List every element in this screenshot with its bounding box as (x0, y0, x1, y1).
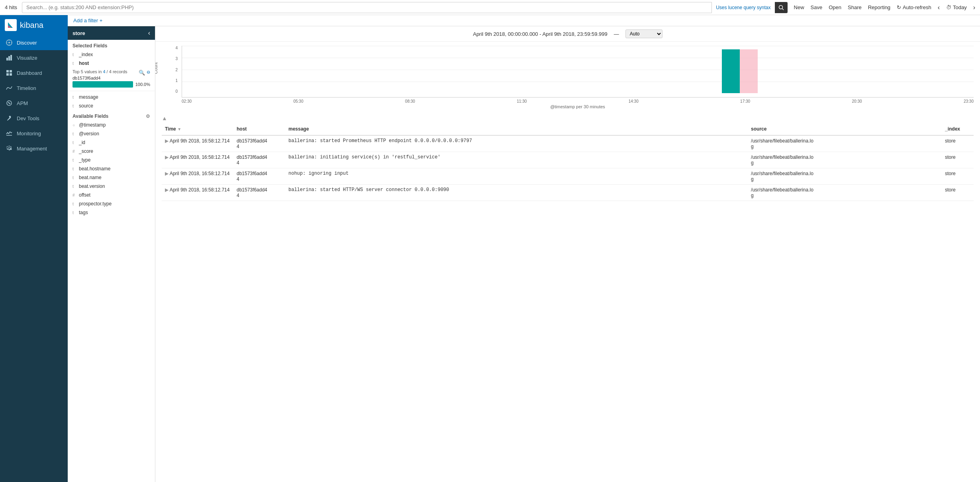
collapse-sidebar-button[interactable]: ‹ (148, 29, 150, 37)
compass-icon (6, 39, 13, 46)
field-item-id[interactable]: t _id (68, 138, 155, 147)
field-type-id: t (73, 141, 76, 145)
field-item-prospector-type[interactable]: t prospector.type (68, 199, 155, 208)
prev-arrow[interactable]: ‹ (938, 4, 940, 11)
available-fields-gear-icon[interactable]: ⚙ (146, 113, 150, 119)
logo-text: kibana (20, 21, 43, 30)
sidebar-item-discover[interactable]: Discover (0, 35, 68, 50)
cell-index-4: store (942, 185, 974, 201)
today-button[interactable]: ⏱ Today (946, 4, 967, 10)
expand-btn-4[interactable]: ▶ (165, 187, 169, 193)
expand-btn-1[interactable]: ▶ (165, 138, 169, 144)
available-fields-header: Available Fields ⚙ (68, 110, 155, 121)
save-button[interactable]: Save (811, 4, 823, 10)
x-label-0230: 02:30 (182, 99, 192, 103)
field-item-beat-name[interactable]: t beat.name (68, 173, 155, 182)
sidebar-item-devtools[interactable]: Dev Tools (0, 111, 68, 126)
cell-host-2: db1573f6add44 (233, 152, 285, 168)
field-item-message[interactable]: t message (68, 93, 155, 101)
field-item-index[interactable]: t _index (68, 50, 155, 59)
new-button[interactable]: New (794, 4, 804, 10)
sidebar-label-timelion: Timelion (17, 85, 36, 91)
magnify-minus-icon[interactable]: ⊖ (147, 70, 150, 76)
svg-rect-9 (6, 73, 9, 76)
top-nav: New Save Open Share Reporting ↻ Auto-ref… (794, 4, 975, 11)
field-type-prospector-type: t (73, 202, 76, 206)
field-item-tags[interactable]: t tags (68, 208, 155, 217)
field-item-beat-version[interactable]: t beat.version (68, 182, 155, 191)
cell-source-4: /usr/share/filebeat/ballerina.log (748, 185, 942, 201)
field-item-score[interactable]: # _score (68, 147, 155, 156)
next-arrow[interactable]: › (973, 4, 975, 11)
field-item-version[interactable]: t @version (68, 129, 155, 138)
field-name-host: host (79, 60, 89, 66)
col-header-time: Time ▼ (162, 123, 233, 135)
x-label-1430: 14:30 (629, 99, 639, 103)
field-item-timestamp[interactable]: ○ @timestamp (68, 121, 155, 129)
cell-source-3: /usr/share/filebeat/ballerina.log (748, 168, 942, 185)
data-table: Time ▼ host message source _index ▶ (162, 123, 974, 201)
fields-sidebar: store ‹ Selected Fields t _index t host (68, 26, 155, 482)
table-row: ▶ April 9th 2018, 16:58:12.714 db1573f6a… (162, 185, 974, 201)
filter-bar: Add a filter + (68, 15, 980, 26)
field-name-id: _id (79, 140, 85, 145)
svg-rect-7 (6, 70, 9, 72)
sidebar-item-management[interactable]: Management (0, 141, 68, 156)
expand-btn-3[interactable]: ▶ (165, 171, 169, 176)
y-label-0: 0 (163, 89, 178, 94)
logo-area: kibana (0, 15, 68, 35)
chart-bar-pink (740, 49, 758, 93)
col-header-message: message (285, 123, 748, 135)
field-item-type[interactable]: t _type (68, 156, 155, 164)
top5-records-link[interactable]: 4 (103, 69, 105, 74)
field-type-beat-hostname: t (73, 167, 76, 171)
index-header: store ‹ (68, 26, 155, 40)
timelion-icon (6, 84, 13, 92)
auto-refresh-button[interactable]: ↻ Auto-refresh (897, 4, 931, 10)
cell-message-1: ballerina: started Prometheus HTTP endpo… (285, 135, 748, 152)
cell-source-2: /usr/share/filebeat/ballerina.log (748, 152, 942, 168)
top5-section: Top 5 values in 4 / 4 records 🔍 ⊖ db1573… (68, 68, 155, 91)
field-name-type: _type (79, 157, 90, 163)
separator: — (614, 31, 619, 37)
magnify-plus-icon[interactable]: 🔍 (139, 70, 145, 76)
viz-area: April 9th 2018, 00:00:00.000 - April 9th… (155, 26, 980, 482)
reporting-button[interactable]: Reporting (868, 4, 890, 10)
expand-btn-2[interactable]: ▶ (165, 154, 169, 160)
field-type-index: t (73, 53, 76, 57)
sidebar-item-dashboard[interactable]: Dashboard (0, 65, 68, 80)
field-type-message: t (73, 95, 76, 100)
sidebar-label-management: Management (17, 146, 47, 152)
field-name-timestamp: @timestamp (79, 122, 106, 128)
sidebar-item-monitoring[interactable]: Monitoring (0, 126, 68, 141)
svg-rect-6 (10, 55, 12, 60)
top5-pct: 100.0% (135, 82, 150, 87)
expand-all-button[interactable]: ▲ (162, 115, 167, 121)
share-button[interactable]: Share (848, 4, 862, 10)
field-item-host[interactable]: t host (68, 59, 155, 68)
y-axis-title: Count (155, 62, 158, 74)
x-label-2030: 20:30 (852, 99, 862, 103)
field-type-version: t (73, 132, 76, 136)
svg-line-1 (782, 8, 784, 10)
date-range-header: April 9th 2018, 00:00:00.000 - April 9th… (155, 26, 980, 42)
table-row: ▶ April 9th 2018, 16:58:12.714 db1573f6a… (162, 152, 974, 168)
search-button[interactable] (775, 2, 788, 13)
add-filter-button[interactable]: Add a filter + (73, 18, 102, 23)
auto-dropdown[interactable]: Auto 5 minutes 30 minutes 1 hour (625, 29, 662, 38)
sidebar-item-visualize[interactable]: Visualize (0, 50, 68, 65)
sidebar-item-apm[interactable]: APM (0, 96, 68, 111)
field-item-beat-hostname[interactable]: t beat.hostname (68, 164, 155, 173)
lucene-query-link[interactable]: Uses lucene query syntax (712, 5, 774, 10)
open-button[interactable]: Open (829, 4, 841, 10)
cell-index-2: store (942, 152, 974, 168)
field-item-source[interactable]: t source (68, 101, 155, 110)
search-input[interactable] (22, 2, 712, 13)
selected-fields-title: Selected Fields (68, 40, 155, 50)
field-type-type: t (73, 158, 76, 162)
field-item-offset[interactable]: # offset (68, 191, 155, 199)
cell-time-1: ▶ April 9th 2018, 16:58:12.714 (162, 135, 233, 152)
sidebar-item-timelion[interactable]: Timelion (0, 80, 68, 96)
top5-value-label: db1573f6add4 (73, 76, 150, 80)
cell-host-1: db1573f6add44 (233, 135, 285, 152)
